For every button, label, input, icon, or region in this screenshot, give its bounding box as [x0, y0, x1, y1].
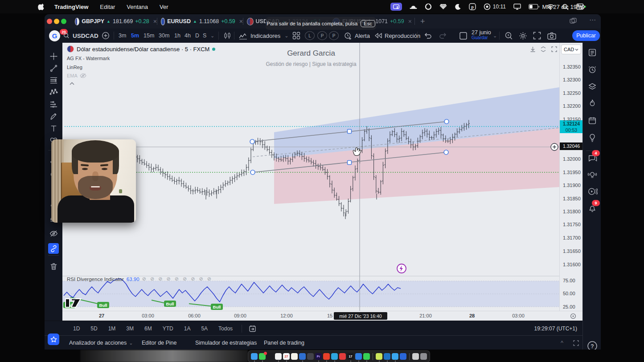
range-5d[interactable]: 5D — [85, 325, 103, 332]
crosshair-tool[interactable] — [48, 51, 59, 61]
drawing-handle-circle[interactable] — [250, 170, 255, 175]
dock-app-premiere[interactable]: Pr — [315, 353, 322, 360]
drawing-handle-circle[interactable] — [250, 139, 254, 144]
forecast-tool[interactable] — [48, 99, 59, 110]
timeframe-dropdown-icon[interactable]: ⌄ — [210, 28, 214, 43]
chart-style-icon[interactable] — [223, 28, 231, 43]
price-chart[interactable]: BullBullBullBull — [62, 43, 559, 311]
tab-more-icon[interactable]: ⋯ — [589, 16, 596, 24]
range-6m[interactable]: 6M — [139, 325, 157, 332]
hotlists-flame-icon[interactable] — [587, 98, 598, 109]
close-window-button[interactable] — [47, 19, 52, 24]
ring-menu-icon[interactable] — [425, 3, 432, 10]
moon-menu-icon[interactable] — [455, 4, 461, 10]
quick-button-p2[interactable]: P — [329, 31, 339, 40]
panel-expand-icon[interactable] — [573, 336, 579, 350]
layout-name-button[interactable]: 27 junio Guardar — [472, 30, 491, 41]
apple-menu-icon[interactable] — [38, 4, 45, 10]
replay-button[interactable]: Reproducción — [374, 28, 420, 43]
object-tree-layers-icon[interactable] — [587, 81, 598, 92]
timeframe-4h[interactable]: 4h — [185, 28, 191, 43]
range-1d[interactable]: 1D — [68, 325, 85, 332]
dock-app-docker[interactable] — [384, 353, 390, 360]
undo-icon[interactable] — [423, 28, 432, 43]
quick-button-l[interactable]: L — [305, 31, 315, 40]
zoom-window-button[interactable] — [61, 19, 66, 24]
fib-retracement-tool[interactable] — [48, 75, 59, 85]
calendar-icon[interactable] — [587, 115, 598, 126]
close-tab-icon[interactable]: × — [153, 18, 157, 25]
dock-app-tradingview[interactable]: 17 — [347, 353, 354, 360]
dock-app-camera-app[interactable] — [267, 353, 274, 360]
settings-gear-icon[interactable] — [519, 28, 527, 43]
session-clock[interactable]: 19:29:07 (UTC+1) — [534, 325, 577, 332]
layout-dropdown-icon[interactable]: ⌄ — [493, 28, 497, 43]
favorites-star-button[interactable] — [48, 334, 59, 345]
quick-button-p1[interactable]: P — [317, 31, 327, 40]
menu-item-ver[interactable]: Ver — [160, 4, 168, 10]
symbol-legend[interactable]: Dólar estadounidense/Dólar canadiense · … — [67, 45, 215, 53]
dock-app-clipboard[interactable] — [412, 353, 419, 360]
streams-bulb-icon[interactable] — [587, 169, 598, 181]
alert-button[interactable]: Alerta — [344, 28, 370, 43]
range-ytd[interactable]: YTD — [157, 325, 179, 332]
text-tool[interactable] — [48, 123, 59, 134]
axis-settings-icon[interactable] — [570, 313, 576, 319]
dock-app-whatsapp[interactable] — [363, 353, 370, 360]
hidden-eye-icon[interactable] — [80, 73, 86, 78]
dock-app-notes[interactable] — [291, 353, 298, 360]
panel-collapse-icon[interactable]: ^ — [561, 336, 563, 350]
rsi-indicator-row[interactable]: RSI Divergence Indicator 63.90 ⊘ ⊘ ⊘ ⊘ ⊘… — [67, 276, 213, 282]
save-layout-label[interactable]: Guardar — [472, 35, 488, 40]
pane-maximize-icon[interactable] — [551, 46, 557, 52]
drawing-handle-circle[interactable] — [444, 119, 449, 124]
dock-app-telegram[interactable] — [331, 353, 338, 360]
layout-grid-icon[interactable] — [292, 28, 300, 43]
trend-line-tool[interactable] — [48, 63, 59, 73]
pine-editor-tab[interactable]: Editor de Pine — [142, 336, 177, 350]
record-menu-icon[interactable] — [484, 3, 491, 10]
price-scale[interactable]: CAD 1.32124 00:53 1.32046 1.323501.32300… — [559, 43, 583, 311]
dock-app-red-diamond[interactable] — [339, 353, 346, 360]
link-tool[interactable] — [48, 243, 59, 254]
timeframe-s[interactable]: S — [203, 28, 206, 43]
dock-app-messages[interactable] — [259, 353, 266, 360]
linreg-indicator-label[interactable]: LinReg — [67, 65, 82, 70]
chart-pane[interactable]: BullBullBullBull Dólar estadounidense/Dó… — [62, 43, 559, 311]
compare-add-icon[interactable] — [102, 28, 110, 43]
dock-app-emulator[interactable] — [376, 353, 382, 360]
indicators-button[interactable]: Indicadores ⌄ — [239, 28, 288, 43]
watermark-indicator-label[interactable]: AG FX - Watermark — [67, 56, 110, 61]
tab-layout-icon[interactable] — [570, 18, 577, 24]
strategy-tester-tab[interactable]: Simulador de estrategias — [195, 336, 257, 350]
dock-app-trello[interactable] — [299, 353, 306, 360]
timeframe-3m[interactable]: 3m — [119, 28, 126, 43]
timeframe-15m[interactable]: 15m — [144, 28, 154, 43]
pane-collapse-icon[interactable] — [541, 46, 546, 52]
snapshot-camera-icon[interactable] — [547, 28, 556, 43]
fullscreen-icon[interactable] — [533, 28, 541, 43]
ema-indicator-label[interactable]: EMA — [67, 73, 86, 78]
pane-download-icon[interactable] — [530, 46, 536, 52]
time-axis[interactable]: mié 27 Dic '23 16:40 2703:0006:0009:0012… — [62, 311, 582, 321]
menu-app-name[interactable]: TradingView — [54, 4, 88, 10]
video-stream-play-icon[interactable] — [587, 186, 598, 197]
layout-select-icon[interactable] — [459, 28, 468, 43]
dock-app-obs[interactable] — [307, 353, 314, 360]
timeframe-1h[interactable]: 1h — [174, 28, 180, 43]
publish-button[interactable]: Publicar — [572, 30, 600, 41]
ideas-bulb-icon[interactable] — [587, 132, 598, 143]
timeframe-d[interactable]: D — [195, 28, 199, 43]
screen-sharing-icon[interactable] — [390, 3, 402, 11]
dock-app-edge[interactable] — [355, 353, 362, 360]
legend-collapse-icon[interactable] — [70, 82, 74, 85]
p-app-menu-icon[interactable]: p — [469, 3, 476, 10]
menu-item-editar[interactable]: Editar — [100, 4, 115, 10]
xabcd-pattern-tool[interactable] — [48, 87, 59, 98]
dock-app-calendar[interactable]: 27 — [283, 353, 290, 360]
dock-app-safari[interactable] — [392, 353, 398, 360]
range-3m[interactable]: 3M — [121, 325, 139, 332]
display-menu-icon[interactable] — [513, 4, 521, 10]
brush-tool[interactable] — [48, 111, 59, 122]
close-tab-icon[interactable]: × — [239, 18, 243, 25]
